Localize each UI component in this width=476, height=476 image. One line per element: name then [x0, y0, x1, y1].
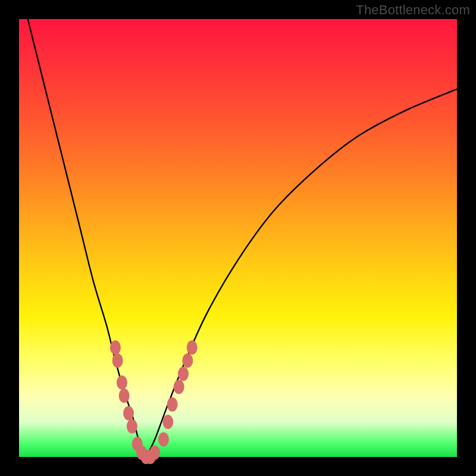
marker-dot	[110, 340, 121, 355]
marker-dot	[123, 406, 134, 420]
curve-group	[28, 19, 457, 457]
marker-dot	[174, 380, 184, 394]
marker-dot	[127, 419, 137, 433]
marker-dot	[149, 446, 160, 460]
plot-area	[19, 19, 457, 457]
chart-svg	[19, 19, 457, 457]
marker-dot	[178, 367, 189, 381]
curve-right-branch	[146, 89, 457, 457]
watermark-text: TheBottleneck.com	[356, 2, 470, 18]
marker-dot	[119, 389, 130, 403]
chart-frame: TheBottleneck.com	[0, 0, 476, 476]
marker-dot	[162, 415, 173, 429]
marker-dot	[187, 340, 198, 355]
marker-dot	[112, 353, 123, 368]
marker-dot	[158, 433, 169, 447]
marker-dot	[182, 353, 193, 368]
marker-dot	[117, 375, 127, 390]
marker-cluster	[110, 340, 198, 464]
marker-dot	[167, 397, 178, 412]
